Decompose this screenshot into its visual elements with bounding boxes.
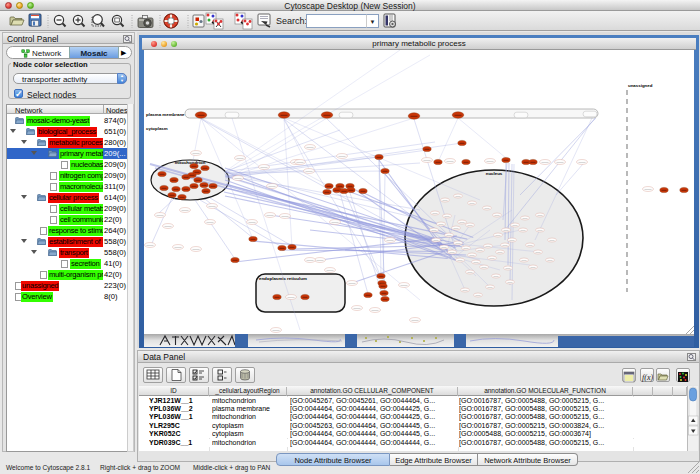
svg-text:nucleus: nucleus	[486, 171, 503, 176]
svg-text:unassigned: unassigned	[628, 83, 653, 88]
svg-text:mitochondrion: mitochondrion	[175, 160, 206, 165]
svg-text:plasma membrane: plasma membrane	[146, 112, 185, 117]
svg-text:f(x): f(x)	[642, 373, 653, 382]
svg-text:cytoplasm: cytoplasm	[146, 126, 168, 131]
